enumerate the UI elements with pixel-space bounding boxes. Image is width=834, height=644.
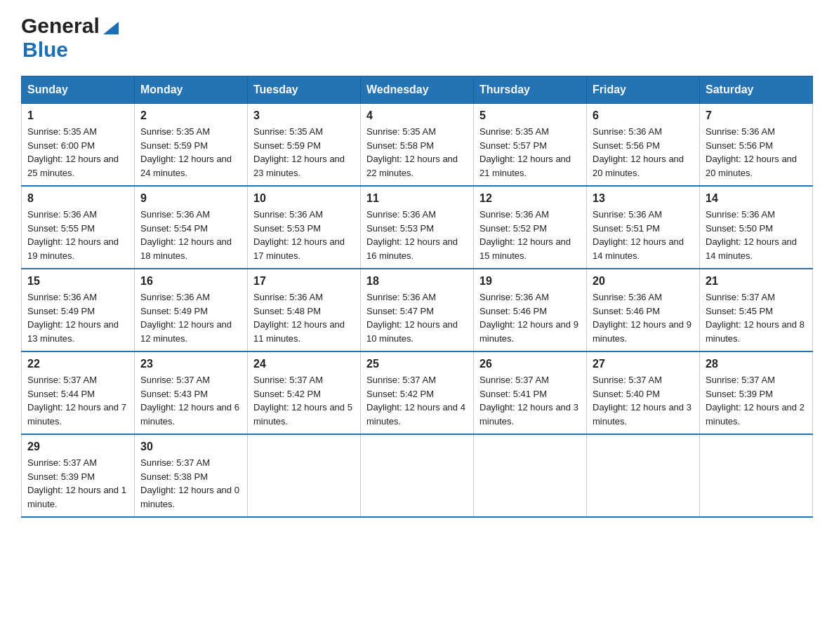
calendar-cell: 2 Sunrise: 5:35 AMSunset: 5:59 PMDayligh… [135,104,248,187]
logo-triangle-icon [103,16,119,34]
calendar-cell: 13 Sunrise: 5:36 AMSunset: 5:51 PMDaylig… [587,186,700,269]
calendar-cell: 19 Sunrise: 5:36 AMSunset: 5:46 PMDaylig… [474,269,587,351]
day-info: Sunrise: 5:35 AMSunset: 5:59 PMDaylight:… [140,126,232,178]
calendar-cell: 4 Sunrise: 5:35 AMSunset: 5:58 PMDayligh… [361,104,474,187]
calendar-week-5: 29 Sunrise: 5:37 AMSunset: 5:39 PMDaylig… [22,434,813,517]
calendar-cell: 8 Sunrise: 5:36 AMSunset: 5:55 PMDayligh… [22,186,135,269]
day-number: 26 [479,358,581,370]
weekday-header-wednesday: Wednesday [361,76,474,104]
day-info: Sunrise: 5:36 AMSunset: 5:52 PMDaylight:… [479,209,571,261]
calendar-cell: 24 Sunrise: 5:37 AMSunset: 5:42 PMDaylig… [248,351,361,434]
calendar-cell [700,434,813,517]
day-info: Sunrise: 5:37 AMSunset: 5:38 PMDaylight:… [140,457,239,509]
calendar-cell: 15 Sunrise: 5:36 AMSunset: 5:49 PMDaylig… [22,269,135,351]
day-info: Sunrise: 5:36 AMSunset: 5:49 PMDaylight:… [27,292,119,344]
day-number: 18 [366,275,468,288]
calendar-cell: 23 Sunrise: 5:37 AMSunset: 5:43 PMDaylig… [135,351,248,434]
day-number: 24 [253,358,355,370]
weekday-header-thursday: Thursday [474,76,587,104]
day-number: 10 [253,192,355,205]
svg-marker-0 [103,22,119,34]
day-number: 7 [706,109,807,122]
day-info: Sunrise: 5:36 AMSunset: 5:50 PMDaylight:… [706,209,797,261]
day-number: 22 [27,358,128,370]
day-info: Sunrise: 5:37 AMSunset: 5:42 PMDaylight:… [366,375,465,427]
day-number: 9 [140,192,241,205]
day-number: 3 [253,109,355,122]
calendar-week-2: 8 Sunrise: 5:36 AMSunset: 5:55 PMDayligh… [22,186,813,269]
day-number: 23 [140,358,241,370]
day-number: 28 [706,358,807,370]
page-header: General Blue [21,14,813,62]
calendar-cell: 30 Sunrise: 5:37 AMSunset: 5:38 PMDaylig… [135,434,248,517]
day-number: 29 [27,441,128,453]
day-info: Sunrise: 5:37 AMSunset: 5:40 PMDaylight:… [593,375,691,427]
calendar-body: 1 Sunrise: 5:35 AMSunset: 6:00 PMDayligh… [22,104,813,518]
calendar-cell [248,434,361,517]
calendar-week-1: 1 Sunrise: 5:35 AMSunset: 6:00 PMDayligh… [22,104,813,187]
day-number: 30 [140,441,241,453]
day-info: Sunrise: 5:37 AMSunset: 5:42 PMDaylight:… [253,375,352,427]
calendar-cell: 18 Sunrise: 5:36 AMSunset: 5:47 PMDaylig… [361,269,474,351]
day-info: Sunrise: 5:36 AMSunset: 5:51 PMDaylight:… [593,209,684,261]
calendar-week-4: 22 Sunrise: 5:37 AMSunset: 5:44 PMDaylig… [22,351,813,434]
day-info: Sunrise: 5:37 AMSunset: 5:44 PMDaylight:… [27,375,126,427]
calendar-cell: 26 Sunrise: 5:37 AMSunset: 5:41 PMDaylig… [474,351,587,434]
calendar-cell [361,434,474,517]
weekday-header-sunday: Sunday [22,76,135,104]
weekday-header-monday: Monday [135,76,248,104]
calendar-cell: 25 Sunrise: 5:37 AMSunset: 5:42 PMDaylig… [361,351,474,434]
day-info: Sunrise: 5:35 AMSunset: 5:57 PMDaylight:… [479,126,571,178]
day-info: Sunrise: 5:36 AMSunset: 5:46 PMDaylight:… [479,292,578,344]
calendar-cell: 6 Sunrise: 5:36 AMSunset: 5:56 PMDayligh… [587,104,700,187]
calendar-cell: 9 Sunrise: 5:36 AMSunset: 5:54 PMDayligh… [135,186,248,269]
calendar-cell: 1 Sunrise: 5:35 AMSunset: 6:00 PMDayligh… [22,104,135,187]
calendar-cell [587,434,700,517]
day-info: Sunrise: 5:36 AMSunset: 5:53 PMDaylight:… [366,209,458,261]
day-info: Sunrise: 5:35 AMSunset: 5:59 PMDaylight:… [253,126,345,178]
calendar-cell: 7 Sunrise: 5:36 AMSunset: 5:56 PMDayligh… [700,104,813,187]
day-number: 6 [593,109,694,122]
weekday-header-friday: Friday [587,76,700,104]
day-number: 12 [479,192,581,205]
calendar-header: SundayMondayTuesdayWednesdayThursdayFrid… [22,76,813,104]
day-number: 1 [27,109,128,122]
weekday-header-tuesday: Tuesday [248,76,361,104]
day-info: Sunrise: 5:36 AMSunset: 5:56 PMDaylight:… [706,126,797,178]
day-info: Sunrise: 5:35 AMSunset: 5:58 PMDaylight:… [366,126,458,178]
calendar-cell: 5 Sunrise: 5:35 AMSunset: 5:57 PMDayligh… [474,104,587,187]
day-info: Sunrise: 5:37 AMSunset: 5:41 PMDaylight:… [479,375,578,427]
calendar-cell: 29 Sunrise: 5:37 AMSunset: 5:39 PMDaylig… [22,434,135,517]
day-info: Sunrise: 5:36 AMSunset: 5:49 PMDaylight:… [140,292,232,344]
day-number: 20 [593,275,694,288]
day-info: Sunrise: 5:36 AMSunset: 5:48 PMDaylight:… [253,292,345,344]
calendar-cell: 20 Sunrise: 5:36 AMSunset: 5:46 PMDaylig… [587,269,700,351]
day-number: 8 [27,192,128,205]
calendar-cell: 21 Sunrise: 5:37 AMSunset: 5:45 PMDaylig… [700,269,813,351]
calendar-cell: 3 Sunrise: 5:35 AMSunset: 5:59 PMDayligh… [248,104,361,187]
weekday-header-saturday: Saturday [700,76,813,104]
day-info: Sunrise: 5:35 AMSunset: 6:00 PMDaylight:… [27,126,119,178]
calendar-cell: 17 Sunrise: 5:36 AMSunset: 5:48 PMDaylig… [248,269,361,351]
day-number: 14 [706,192,807,205]
weekday-header-row: SundayMondayTuesdayWednesdayThursdayFrid… [22,76,813,104]
day-number: 25 [366,358,468,370]
day-number: 13 [593,192,694,205]
day-info: Sunrise: 5:37 AMSunset: 5:45 PMDaylight:… [706,292,805,344]
day-info: Sunrise: 5:36 AMSunset: 5:46 PMDaylight:… [593,292,691,344]
day-info: Sunrise: 5:36 AMSunset: 5:47 PMDaylight:… [366,292,458,344]
day-number: 17 [253,275,355,288]
day-info: Sunrise: 5:36 AMSunset: 5:53 PMDaylight:… [253,209,345,261]
calendar-table: SundayMondayTuesdayWednesdayThursdayFrid… [21,76,813,518]
day-info: Sunrise: 5:36 AMSunset: 5:54 PMDaylight:… [140,209,232,261]
logo-blue-text: Blue [22,38,68,62]
calendar-cell: 22 Sunrise: 5:37 AMSunset: 5:44 PMDaylig… [22,351,135,434]
day-number: 27 [593,358,694,370]
logo: General Blue [21,14,119,62]
day-number: 15 [27,275,128,288]
day-number: 19 [479,275,581,288]
day-number: 5 [479,109,581,122]
day-number: 4 [366,109,468,122]
day-info: Sunrise: 5:37 AMSunset: 5:43 PMDaylight:… [140,375,239,427]
calendar-cell [474,434,587,517]
